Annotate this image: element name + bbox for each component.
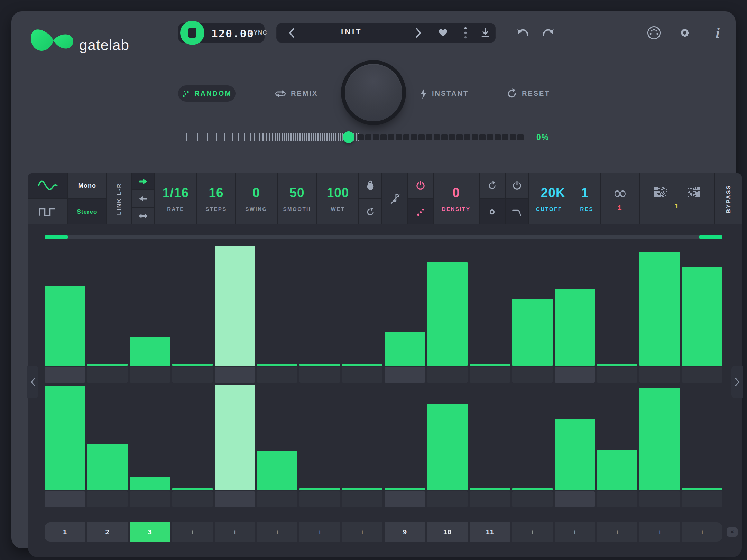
lane-top-step-9[interactable] xyxy=(385,240,425,366)
cells-bottom-cell-16[interactable] xyxy=(682,491,722,507)
cells-bottom-cell-14[interactable] xyxy=(597,491,637,507)
lane-top-step-1[interactable] xyxy=(45,240,85,366)
play-stop-button[interactable] xyxy=(180,21,204,45)
rate-control[interactable]: 1/16 RATE xyxy=(155,173,196,224)
lock-cycle-button[interactable] xyxy=(359,198,381,225)
lane-bottom-step-14[interactable] xyxy=(597,385,637,490)
lane-bottom-step-1[interactable] xyxy=(45,385,85,490)
lane-bottom-step-12[interactable] xyxy=(512,385,553,490)
lane-bottom-step-9[interactable] xyxy=(385,385,425,490)
reset-button[interactable]: RESET xyxy=(507,85,550,102)
cells-top-cell-11[interactable] xyxy=(470,367,510,383)
filter-cycle-button[interactable] xyxy=(480,173,505,198)
cells-bottom-cell-13[interactable] xyxy=(555,491,595,507)
cells-top-cell-1[interactable] xyxy=(45,367,85,383)
cells-top-cell-10[interactable] xyxy=(427,367,468,383)
preset-next-button[interactable] xyxy=(412,25,426,40)
preset-name[interactable]: INIT xyxy=(341,27,362,36)
lane-bottom-step-8[interactable] xyxy=(342,385,382,490)
lane-bottom-step-5[interactable] xyxy=(215,385,255,490)
cells-bottom-cell-15[interactable] xyxy=(639,491,680,507)
pattern-add-slot[interactable]: + xyxy=(215,522,255,542)
cells-bottom-cell-4[interactable] xyxy=(172,491,213,507)
lane-top-step-8[interactable] xyxy=(342,240,382,366)
pattern-add-slot[interactable]: + xyxy=(299,522,340,542)
settings-button[interactable] xyxy=(676,25,693,41)
lane-top-step-16[interactable] xyxy=(682,240,722,366)
cells-top-cell-4[interactable] xyxy=(172,367,213,383)
wet-control[interactable]: 100 WET xyxy=(317,173,358,224)
lane-top-step-3[interactable] xyxy=(130,240,170,366)
density-control[interactable]: 0 DENSITY xyxy=(434,173,479,224)
cells-top-cell-8[interactable] xyxy=(342,367,382,383)
filter-type-button[interactable] xyxy=(506,198,528,225)
pattern-add-slot[interactable]: + xyxy=(555,522,595,542)
lane-top-step-7[interactable] xyxy=(299,240,340,366)
random-button[interactable]: RANDOM xyxy=(178,85,236,102)
lane-top-step-5[interactable] xyxy=(215,240,255,366)
direction-forward-button[interactable] xyxy=(132,173,154,189)
cells-bottom-cell-8[interactable] xyxy=(342,491,382,507)
cells-top-cell-5[interactable] xyxy=(215,367,255,383)
pattern-add-slot[interactable]: + xyxy=(512,522,553,542)
pattern-slot-11[interactable]: 11 xyxy=(470,522,510,542)
midi-settings-button[interactable] xyxy=(645,25,663,41)
slider-knob[interactable] xyxy=(343,131,354,143)
save-preset-button[interactable] xyxy=(478,25,493,40)
lane-top-step-11[interactable] xyxy=(470,240,510,366)
preset-prev-button[interactable] xyxy=(285,25,298,40)
cells-top-cell-7[interactable] xyxy=(299,367,340,383)
instant-button[interactable]: INSTANT xyxy=(420,85,469,102)
lane-bottom-step-13[interactable] xyxy=(555,385,595,490)
lane-bottom-step-3[interactable] xyxy=(130,385,170,490)
pattern-slot-3[interactable]: 3 xyxy=(130,522,170,542)
cells-bottom-cell-10[interactable] xyxy=(427,491,468,507)
mute-note-button[interactable] xyxy=(382,173,407,224)
pattern-add-slot[interactable]: + xyxy=(172,522,213,542)
lane-top-step-4[interactable] xyxy=(172,240,213,366)
cells-bottom-cell-2[interactable] xyxy=(87,491,128,507)
cells-bottom-cell-12[interactable] xyxy=(512,491,553,507)
cells-top-cell-9[interactable] xyxy=(385,367,425,383)
lane-top-step-12[interactable] xyxy=(512,240,553,366)
cells-top-cell-14[interactable] xyxy=(597,367,637,383)
loop-length-cell[interactable]: ∞ 1 xyxy=(601,173,639,224)
filter-power-button[interactable] xyxy=(506,173,528,198)
direction-pingpong-button[interactable] xyxy=(132,207,154,224)
favorite-button[interactable] xyxy=(436,25,450,40)
lane-bottom-step-15[interactable] xyxy=(639,385,680,490)
pattern-add-slot[interactable]: + xyxy=(639,522,680,542)
lane-bottom-step-10[interactable] xyxy=(427,385,468,490)
lane-bottom-step-4[interactable] xyxy=(172,385,213,490)
lane-bottom-step-2[interactable] xyxy=(87,385,128,490)
cells-top-cell-6[interactable] xyxy=(257,367,297,383)
redo-button[interactable] xyxy=(540,25,556,41)
scroll-left-tab[interactable] xyxy=(27,366,38,398)
steps-control[interactable]: 16 STEPS xyxy=(197,173,235,224)
smooth-control[interactable]: 50 SMOOTH xyxy=(278,173,316,224)
pattern-add-slot[interactable]: + xyxy=(682,522,722,542)
pattern-add-slot[interactable]: + xyxy=(342,522,382,542)
lane-top-step-13[interactable] xyxy=(555,240,595,366)
info-button[interactable]: i xyxy=(711,25,725,41)
pattern-slot-10[interactable]: 10 xyxy=(427,522,468,542)
swing-control[interactable]: 0 SWING xyxy=(236,173,277,224)
cutoff-value[interactable]: 20K xyxy=(541,186,565,200)
pattern-add-slot[interactable]: + xyxy=(597,522,637,542)
density-power-button[interactable] xyxy=(408,173,433,198)
remix-button[interactable]: REMIX xyxy=(275,85,318,102)
density-dots-button[interactable] xyxy=(408,198,433,225)
pattern-add-slot[interactable]: + xyxy=(257,522,297,542)
waveform-square-button[interactable] xyxy=(28,198,67,225)
filter-settings-button[interactable] xyxy=(480,198,505,225)
cells-top-cell-12[interactable] xyxy=(512,367,553,383)
cells-bottom-cell-3[interactable] xyxy=(130,491,170,507)
waveform-sine-button[interactable] xyxy=(28,173,67,198)
lane-bottom-step-16[interactable] xyxy=(682,385,722,490)
cells-top-cell-16[interactable] xyxy=(682,367,722,383)
tempo-value[interactable]: 120.00 xyxy=(211,27,254,40)
pattern-slot-1[interactable]: 1 xyxy=(45,522,85,542)
cells-bottom-cell-6[interactable] xyxy=(257,491,297,507)
cells-bottom-cell-1[interactable] xyxy=(45,491,85,507)
cells-bottom-cell-11[interactable] xyxy=(470,491,510,507)
